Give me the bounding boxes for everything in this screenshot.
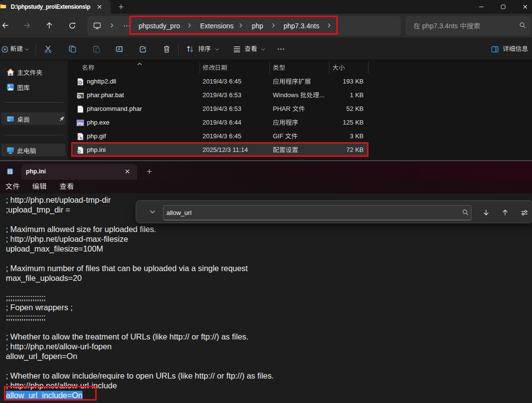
svg-text:php: php — [77, 122, 83, 126]
